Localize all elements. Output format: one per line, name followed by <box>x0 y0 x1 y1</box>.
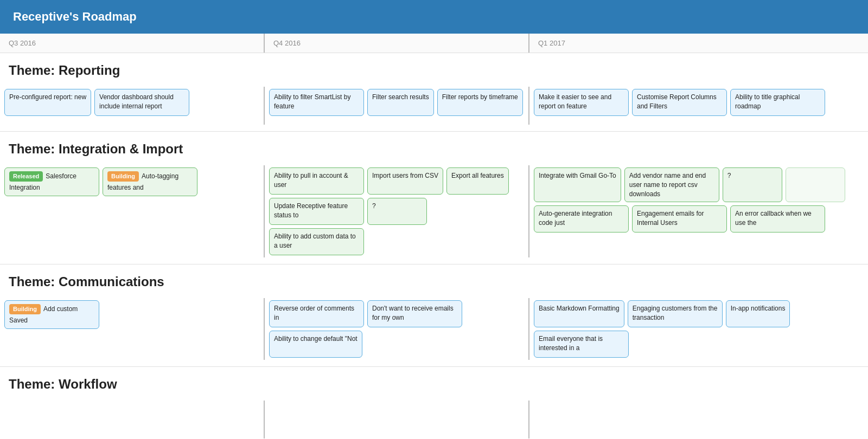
timeline-header: Q3 2016 Q4 2016 Q1 2017 <box>0 34 868 53</box>
theme-communications-cards: BuildingAdd custom Saved Reverse order o… <box>0 294 868 366</box>
workflow-q3 <box>0 401 265 438</box>
card[interactable]: Add vendor name and end user name to rep… <box>624 167 719 202</box>
theme-workflow-title: Theme: Workflow <box>0 367 868 396</box>
card[interactable]: ? <box>723 167 782 202</box>
communications-q3: BuildingAdd custom Saved <box>0 298 265 360</box>
theme-workflow: Theme: Workflow <box>0 367 868 439</box>
badge-building: Building <box>9 304 41 314</box>
card[interactable]: Filter search results <box>367 89 434 116</box>
card[interactable]: Update Receptive feature status to <box>269 198 364 225</box>
card[interactable]: Email everyone that is interested in a <box>534 331 629 358</box>
card[interactable] <box>786 167 845 202</box>
integration-q1: Integrate with Gmail Go-To Add vendor na… <box>529 165 868 257</box>
page-title: Receptive's Roadmap <box>13 10 137 23</box>
card[interactable]: ReleasedSalesforce Integration <box>4 167 99 196</box>
card[interactable]: Vendor dashboard should include internal… <box>94 89 189 116</box>
card[interactable]: Make it easier to see and report on feat… <box>534 89 629 116</box>
integration-q3: ReleasedSalesforce Integration BuildingA… <box>0 165 265 257</box>
workflow-q1 <box>529 401 868 438</box>
theme-integration-title: Theme: Integration & Import <box>0 132 868 161</box>
card[interactable]: Engagement emails for Internal Users <box>632 205 727 233</box>
card[interactable]: BuildingAuto-tagging features and <box>103 167 197 196</box>
card[interactable]: Auto-generate integration code just <box>534 205 629 233</box>
communications-q4: Reverse order of comments in Don't want … <box>265 298 529 360</box>
card[interactable]: Filter reports by timeframe <box>437 89 523 116</box>
theme-communications: Theme: Communications BuildingAdd custom… <box>0 264 868 367</box>
card[interactable]: Engaging customers from the transaction <box>628 300 723 327</box>
workflow-q4 <box>265 401 529 438</box>
card[interactable]: An error callback when we use the <box>730 205 825 233</box>
page-header: Receptive's Roadmap <box>0 0 868 34</box>
theme-reporting-title: Theme: Reporting <box>0 53 868 82</box>
card[interactable]: Reverse order of comments in <box>269 300 364 327</box>
card[interactable]: Ability to filter SmartList by feature <box>269 89 364 116</box>
theme-reporting: Theme: Reporting Pre-configured report: … <box>0 53 868 132</box>
card[interactable]: Pre-configured report: new <box>4 89 91 116</box>
integration-q4: Ability to pull in account & user Import… <box>265 165 529 257</box>
card[interactable]: Import users from CSV <box>367 167 443 195</box>
card[interactable]: Export all features <box>446 167 509 195</box>
communications-q1: Basic Markdown Formatting Engaging custo… <box>529 298 868 360</box>
card[interactable]: ? <box>367 198 427 225</box>
card[interactable]: BuildingAdd custom Saved <box>4 300 99 329</box>
card[interactable]: Customise Report Columns and Filters <box>632 89 727 116</box>
theme-reporting-cards: Pre-configured report: new Vendor dashbo… <box>0 82 868 131</box>
card[interactable]: Ability to title graphical roadmap <box>730 89 825 116</box>
card[interactable]: Ability to change default "Not <box>269 331 362 358</box>
card[interactable]: Ability to pull in account & user <box>269 167 364 195</box>
theme-workflow-cards <box>0 396 868 439</box>
theme-integration-row1: ReleasedSalesforce Integration BuildingA… <box>0 161 868 264</box>
roadmap-container: Q3 2016 Q4 2016 Q1 2017 Theme: Reporting… <box>0 34 868 439</box>
reporting-q3: Pre-configured report: new Vendor dashbo… <box>0 87 265 125</box>
card[interactable]: Basic Markdown Formatting <box>534 300 624 327</box>
quarter-q1: Q1 2017 <box>529 34 794 53</box>
reporting-q4: Ability to filter SmartList by feature F… <box>265 87 529 125</box>
badge-released: Released <box>9 171 43 182</box>
card[interactable]: In-app notifications <box>726 300 790 327</box>
reporting-q1: Make it easier to see and report on feat… <box>529 87 868 125</box>
badge-building: Building <box>107 171 139 182</box>
theme-communications-title: Theme: Communications <box>0 264 868 294</box>
card[interactable]: Integrate with Gmail Go-To <box>534 167 621 202</box>
quarter-q3: Q3 2016 <box>0 34 265 53</box>
quarter-q4: Q4 2016 <box>265 34 529 53</box>
card[interactable]: Don't want to receive emails for my own <box>367 300 462 327</box>
card[interactable]: Ability to add custom data to a user <box>269 228 364 255</box>
theme-integration: Theme: Integration & Import ReleasedSale… <box>0 132 868 264</box>
